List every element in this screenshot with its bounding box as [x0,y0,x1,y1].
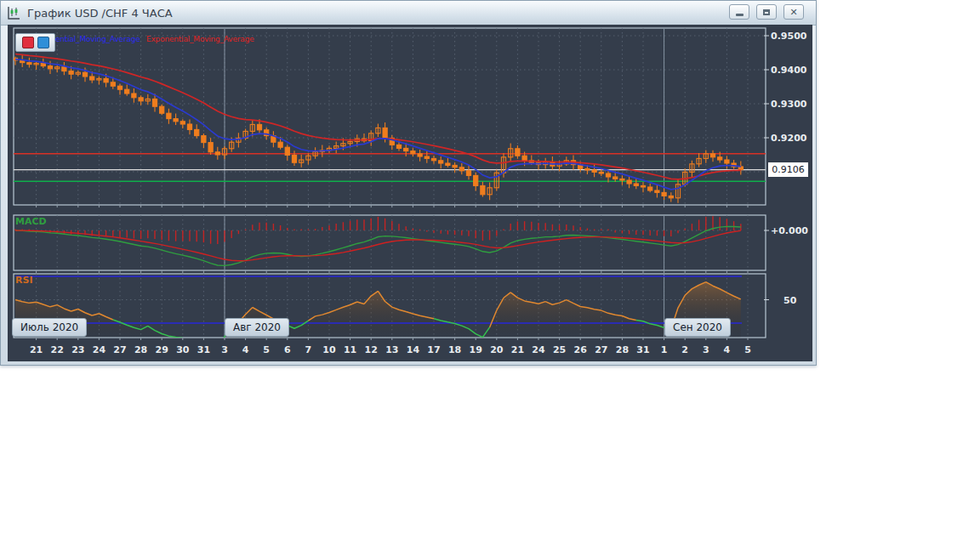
svg-text:0.9200: 0.9200 [771,133,807,144]
current-price-badge: 0.9106 [768,162,808,177]
svg-text:24: 24 [93,344,106,355]
svg-text:4: 4 [724,344,731,355]
macd-line [15,226,741,265]
svg-text:22: 22 [51,344,64,355]
svg-text:10: 10 [322,344,336,355]
svg-text:14: 14 [407,344,420,355]
svg-text:31: 31 [197,344,210,355]
month-label-august: Авг 2020 [225,318,289,337]
svg-text:5: 5 [744,344,751,355]
svg-text:0.9400: 0.9400 [771,65,807,76]
restore-icon [763,9,770,15]
axis-ticks [37,36,769,340]
svg-text:23: 23 [71,344,84,355]
svg-text:28: 28 [134,344,147,355]
macd-signal-line [15,230,741,261]
minimize-button[interactable] [729,4,749,20]
svg-text:31: 31 [636,344,649,355]
svg-text:7: 7 [305,344,312,355]
svg-text:29: 29 [156,344,168,355]
svg-text:6: 6 [284,344,291,355]
svg-text:21: 21 [511,344,524,355]
svg-text:20: 20 [490,344,504,355]
svg-text:3: 3 [703,344,709,355]
svg-text:5: 5 [263,344,270,355]
window-controls: ✕ [729,4,804,20]
ema-slow-line [15,54,741,179]
svg-text:30: 30 [176,344,190,355]
price-chart[interactable]: 2122232427282930313456710111213141718192… [7,24,812,361]
svg-text:0.9300: 0.9300 [771,99,807,110]
ema-fast-legend-label: ential_Moving_Average [55,35,140,43]
svg-text:21: 21 [30,344,43,355]
ema-slow-legend-label: Exponential_Moving_Average [146,35,254,43]
svg-text:24: 24 [532,344,545,355]
svg-text:27: 27 [113,344,126,355]
svg-text:26: 26 [574,344,588,355]
restore-button[interactable] [756,4,777,20]
ema-fast-toggle-icon[interactable] [37,37,49,48]
svg-text:25: 25 [553,344,566,355]
svg-text:12: 12 [365,344,378,355]
ema-slow-toggle-icon[interactable] [22,37,34,48]
macd-panel-label: MACD [15,216,47,227]
chart-icon [7,6,21,20]
svg-text:50: 50 [783,295,797,306]
svg-text:4: 4 [242,344,249,355]
svg-text:18: 18 [448,344,461,355]
minimize-icon [736,14,744,16]
month-label-july: Июль 2020 [12,318,87,337]
svg-text:19: 19 [470,344,482,355]
svg-text:11: 11 [344,344,356,355]
macd-histogram [15,216,741,244]
svg-text:0.9500: 0.9500 [771,31,807,42]
svg-text:27: 27 [595,344,607,355]
window-title: График USD /CHF 4 ЧАСА [27,7,173,20]
month-label-september: Сен 2020 [664,318,731,337]
svg-text:1: 1 [661,344,668,355]
svg-text:2: 2 [681,344,688,355]
close-icon: ✕ [789,8,797,17]
window-titlebar[interactable]: График USD /CHF 4 ЧАСА ✕ [1,1,816,26]
svg-text:17: 17 [427,344,440,355]
indicator-toggle-buttons[interactable] [15,33,55,52]
rsi-panel-label: RSI [15,275,33,286]
svg-text:13: 13 [385,344,398,355]
svg-text:+0.000: +0.000 [771,225,808,236]
close-button[interactable]: ✕ [783,4,804,20]
svg-text:3: 3 [221,344,228,355]
svg-text:28: 28 [616,344,629,355]
